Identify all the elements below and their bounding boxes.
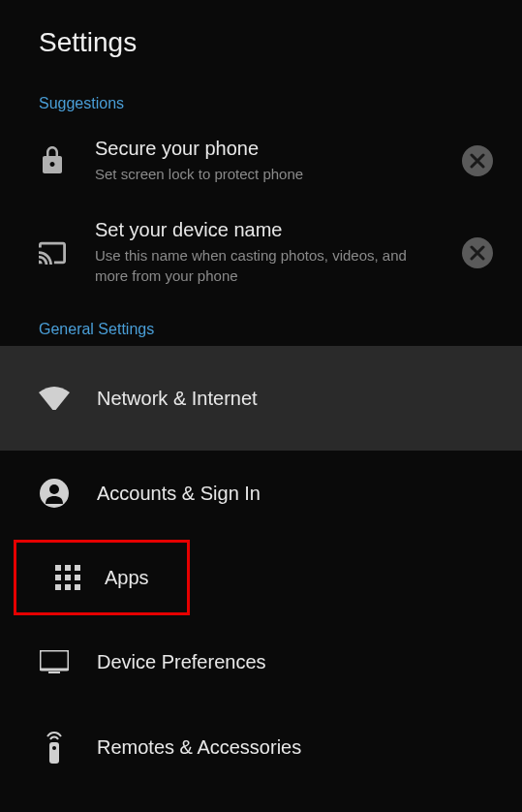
suggestion-subtitle: Set screen lock to protect phone bbox=[95, 164, 414, 184]
apps-icon bbox=[52, 562, 83, 593]
general-settings-header: General Settings bbox=[0, 303, 522, 346]
svg-rect-10 bbox=[75, 584, 80, 590]
suggestion-subtitle: Use this name when casting photos, video… bbox=[95, 245, 414, 286]
page-title: Settings bbox=[39, 27, 493, 58]
svg-rect-13 bbox=[49, 742, 59, 764]
settings-label: Apps bbox=[105, 567, 149, 589]
svg-rect-4 bbox=[75, 565, 80, 571]
settings-label: Network & Internet bbox=[97, 388, 258, 410]
suggestion-title: Secure your phone bbox=[95, 138, 414, 160]
cast-icon bbox=[39, 239, 66, 266]
suggestion-content: Secure your phone Set screen lock to pro… bbox=[95, 138, 462, 184]
suggestion-device-name[interactable]: Set your device name Use this name when … bbox=[0, 202, 522, 303]
page-header: Settings bbox=[0, 0, 522, 78]
dismiss-button[interactable] bbox=[462, 145, 493, 176]
settings-item-device-preferences[interactable]: Device Preferences bbox=[0, 619, 522, 704]
suggestion-secure-phone[interactable]: Secure your phone Set screen lock to pro… bbox=[0, 120, 522, 202]
settings-label: Remotes & Accessories bbox=[97, 736, 301, 759]
svg-point-1 bbox=[49, 484, 59, 494]
settings-item-accounts[interactable]: Accounts & Sign In bbox=[0, 451, 522, 536]
monitor-icon bbox=[39, 646, 70, 677]
svg-rect-2 bbox=[55, 565, 61, 571]
suggestion-content: Set your device name Use this name when … bbox=[95, 219, 462, 286]
lock-icon bbox=[39, 147, 66, 174]
settings-item-remotes[interactable]: Remotes & Accessories bbox=[0, 704, 522, 790]
close-icon bbox=[470, 153, 485, 169]
close-icon bbox=[470, 245, 485, 261]
svg-rect-3 bbox=[65, 565, 71, 571]
settings-label: Device Preferences bbox=[97, 651, 266, 673]
settings-label: Accounts & Sign In bbox=[97, 483, 261, 505]
svg-rect-5 bbox=[55, 575, 61, 580]
settings-item-network[interactable]: Network & Internet bbox=[0, 346, 522, 451]
wifi-icon bbox=[39, 383, 70, 414]
svg-rect-11 bbox=[40, 650, 69, 670]
account-icon bbox=[39, 478, 70, 509]
remote-icon bbox=[39, 732, 70, 763]
svg-rect-9 bbox=[65, 584, 71, 590]
svg-rect-6 bbox=[65, 575, 71, 580]
svg-point-14 bbox=[52, 746, 56, 750]
suggestion-title: Set your device name bbox=[95, 219, 414, 241]
suggestions-header: Suggestions bbox=[0, 78, 522, 120]
svg-rect-7 bbox=[75, 575, 80, 580]
svg-rect-8 bbox=[55, 584, 61, 590]
svg-rect-12 bbox=[48, 671, 60, 673]
dismiss-button[interactable] bbox=[462, 237, 493, 268]
settings-item-apps[interactable]: Apps bbox=[14, 540, 190, 615]
